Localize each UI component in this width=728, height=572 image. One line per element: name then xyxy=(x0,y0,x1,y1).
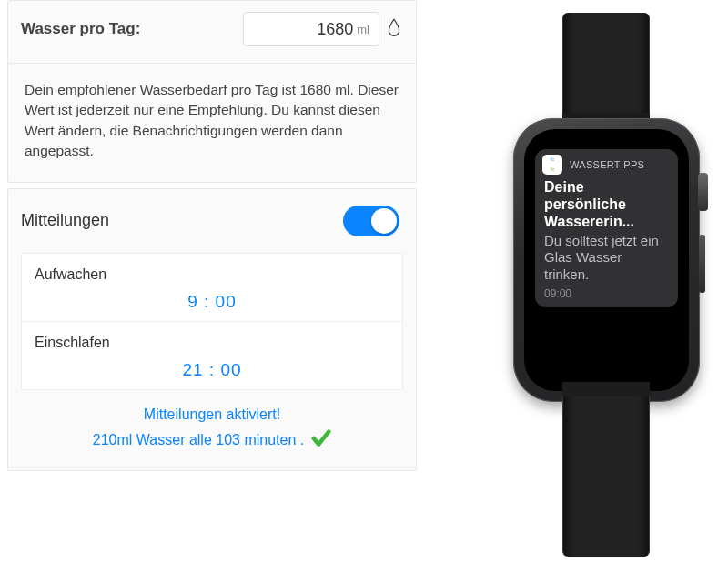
status-activated: Mitteilungen aktiviert! xyxy=(21,406,403,423)
water-per-day-label: Wasser pro Tag: xyxy=(21,20,140,38)
watch-notification[interactable]: ≈≈ WASSERTIPPS Deine persönliche Wassere… xyxy=(535,149,678,307)
status-detail-row: 210ml Wasser alle 103 minuten . xyxy=(21,428,403,452)
sleep-row[interactable]: Einschlafen 21 : 00 xyxy=(22,321,402,389)
notifications-title: Mitteilungen xyxy=(21,211,109,230)
watch-crown xyxy=(698,173,708,211)
water-input[interactable]: 1680 ml xyxy=(243,12,379,46)
water-card: Wasser pro Tag: 1680 ml Dein empfohlener… xyxy=(7,0,417,183)
watch-notif-title: Deine persönliche Wassererin... xyxy=(544,178,669,231)
watch-band-bottom xyxy=(562,396,650,557)
water-value: 1680 xyxy=(317,20,353,39)
watch-band-top xyxy=(562,13,650,124)
status-detail: 210ml Wasser alle 103 minuten . xyxy=(93,432,304,448)
watch-side-button xyxy=(699,235,705,293)
notifications-toggle[interactable] xyxy=(343,206,399,236)
wake-time: 9 : 00 xyxy=(187,292,237,312)
water-unit: ml xyxy=(357,23,369,36)
water-advice-text: Dein empfohlener Wasserbedarf pro Tag is… xyxy=(8,64,416,182)
app-icon: ≈≈ xyxy=(542,155,562,175)
watch-notif-header: ≈≈ WASSERTIPPS xyxy=(535,149,678,178)
watch-screen: ≈≈ WASSERTIPPS Deine persönliche Wassere… xyxy=(524,129,689,391)
watch-case: ≈≈ WASSERTIPPS Deine persönliche Wassere… xyxy=(513,118,700,402)
app-name-label: WASSERTIPPS xyxy=(570,159,644,170)
toggle-knob xyxy=(371,208,397,234)
notifications-card: Mitteilungen Aufwachen 9 : 00 Einschlafe… xyxy=(7,188,417,471)
wake-row[interactable]: Aufwachen 9 : 00 xyxy=(22,254,402,321)
water-row: Wasser pro Tag: 1680 ml xyxy=(8,1,416,64)
notifications-header: Mitteilungen xyxy=(8,189,416,253)
watch-notif-time: 09:00 xyxy=(544,287,669,300)
sleep-label: Einschlafen xyxy=(35,335,389,351)
time-block: Aufwachen 9 : 00 Einschlafen 21 : 00 xyxy=(21,253,403,390)
water-input-wrap: 1680 ml xyxy=(243,12,401,46)
watch-notif-message: Du solltest jetzt ein Glas Wasser trinke… xyxy=(544,233,669,284)
wake-label: Aufwachen xyxy=(35,266,389,283)
sleep-time: 21 : 00 xyxy=(182,360,241,380)
watch-notif-body: Deine persönliche Wassererin... Du sollt… xyxy=(535,178,678,307)
apple-watch: ≈≈ WASSERTIPPS Deine persönliche Wassere… xyxy=(491,13,719,558)
notifications-status: Mitteilungen aktiviert! 210ml Wasser all… xyxy=(8,397,416,470)
drop-icon xyxy=(387,18,401,40)
settings-panel: Wasser pro Tag: 1680 ml Dein empfohlener… xyxy=(7,0,417,471)
check-icon xyxy=(311,428,331,452)
